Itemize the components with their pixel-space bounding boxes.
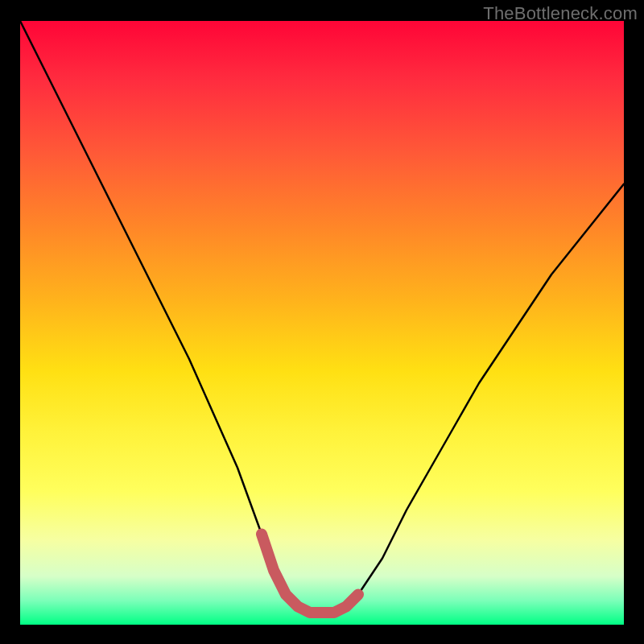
optimal-range-highlight (262, 535, 358, 613)
chart-svg (20, 21, 624, 625)
watermark-text: TheBottleneck.com (483, 3, 638, 24)
chart-plot-area (20, 21, 624, 625)
bottleneck-curve (20, 21, 624, 613)
chart-stage: TheBottleneck.com (0, 0, 644, 644)
